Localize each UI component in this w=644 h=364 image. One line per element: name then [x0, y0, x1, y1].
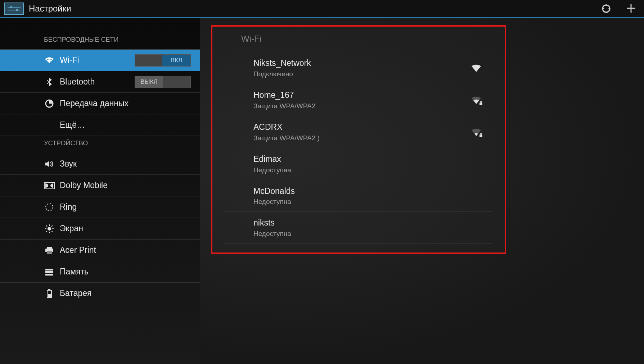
- sidebar-item-display[interactable]: Экран: [0, 218, 200, 240]
- svg-marker-5: [608, 7, 610, 10]
- page-title: Настройки: [29, 4, 601, 14]
- sidebar-item-label: Ring: [60, 202, 194, 212]
- sidebar-item-label: Память: [60, 267, 194, 277]
- panel-title: Wi-Fi: [225, 27, 492, 52]
- settings-icon: [4, 3, 24, 15]
- network-status: Недоступна: [253, 230, 482, 238]
- volume-icon: [44, 159, 55, 169]
- network-item[interactable]: Home_167 Защита WPA/WPA2: [225, 84, 492, 116]
- sidebar-item-label: Acer Print: [60, 245, 194, 255]
- bluetooth-icon: [44, 77, 55, 87]
- svg-rect-22: [47, 251, 52, 254]
- sidebar-item-battery[interactable]: Батарея: [0, 283, 200, 304]
- svg-rect-23: [45, 269, 53, 270]
- sidebar-item-label: Экран: [60, 224, 194, 233]
- refresh-icon[interactable]: [601, 3, 612, 14]
- network-status: Защита WPA/WPA2 ): [253, 134, 471, 142]
- sidebar-item-label: Dolby Mobile: [60, 181, 194, 190]
- network-status: Недоступна: [253, 166, 482, 174]
- svg-point-10: [46, 204, 53, 211]
- wifi-signal-lock-icon: [471, 96, 482, 104]
- network-name: niksts: [253, 218, 482, 228]
- title-bar: Настройки: [0, 0, 644, 18]
- storage-icon: [44, 267, 55, 277]
- dolby-icon: [44, 180, 55, 191]
- title-actions: [601, 3, 640, 14]
- network-list: Niksts_Network Подключено Home_167 Защит…: [212, 52, 505, 252]
- bluetooth-toggle[interactable]: ВЫКЛ: [135, 76, 191, 88]
- svg-rect-30: [479, 135, 482, 137]
- wifi-panel: Wi-Fi Niksts_Network Подключено Home_167…: [211, 25, 506, 254]
- brightness-icon: [44, 223, 55, 234]
- network-item[interactable]: McDonalds Недоступна: [225, 180, 492, 212]
- network-status: Защита WPA/WPA2: [253, 102, 471, 110]
- svg-marker-4: [602, 8, 604, 10]
- sidebar-item-label: Wi-Fi: [60, 55, 135, 65]
- sidebar-item-wifi[interactable]: Wi-Fi ВКЛ: [0, 50, 200, 71]
- toggle-label-off: ВЫКЛ: [135, 76, 163, 88]
- sidebar-item-more[interactable]: Ещё…: [0, 114, 200, 136]
- wifi-icon: [44, 55, 55, 66]
- svg-rect-25: [45, 274, 53, 276]
- sidebar-item-data-usage[interactable]: Передача данных: [0, 93, 200, 114]
- network-item[interactable]: ACDRX Защита WPA/WPA2 ): [225, 116, 492, 148]
- sidebar-item-storage[interactable]: Память: [0, 261, 200, 283]
- data-usage-icon: [44, 98, 55, 109]
- section-header-wireless: БЕСПРОВОДНЫЕ СЕТИ: [0, 32, 200, 50]
- sidebar-item-label: Батарея: [60, 288, 194, 298]
- network-item[interactable]: Niksts_Network Подключено: [225, 52, 492, 84]
- settings-sidebar: БЕСПРОВОДНЫЕ СЕТИ Wi-Fi ВКЛ Bluetooth ВЫ…: [0, 18, 200, 364]
- network-item[interactable]: Edimax Недоступна: [225, 148, 492, 180]
- sidebar-item-label: Передача данных: [60, 99, 194, 108]
- ring-icon: [44, 202, 55, 213]
- section-header-device: УСТРОЙСТВО: [0, 136, 200, 153]
- network-status: Подключено: [253, 70, 471, 78]
- network-item[interactable]: niksts Недоступна: [225, 212, 492, 244]
- svg-rect-28: [48, 294, 51, 297]
- svg-rect-24: [45, 271, 53, 273]
- svg-line-17: [51, 231, 53, 232]
- toggle-label-on: ВКЛ: [162, 55, 190, 66]
- svg-line-19: [51, 226, 53, 227]
- svg-point-3: [16, 9, 18, 11]
- sidebar-item-acer-print[interactable]: Acer Print: [0, 240, 200, 261]
- svg-line-18: [46, 231, 47, 232]
- svg-line-16: [46, 226, 47, 227]
- sidebar-item-ring[interactable]: Ring: [0, 196, 200, 218]
- sidebar-item-label: Ещё…: [60, 120, 194, 130]
- printer-icon: [44, 245, 55, 256]
- wifi-toggle[interactable]: ВКЛ: [135, 54, 191, 67]
- svg-point-11: [48, 227, 51, 231]
- sidebar-item-dolby[interactable]: Dolby Mobile: [0, 175, 200, 196]
- network-name: McDonalds: [253, 186, 482, 197]
- battery-icon: [44, 288, 55, 299]
- network-name: Edimax: [253, 154, 482, 165]
- sidebar-item-label: Bluetooth: [60, 77, 135, 87]
- network-status: Недоступна: [253, 198, 482, 206]
- svg-rect-20: [47, 247, 52, 249]
- wifi-signal-icon: [471, 64, 482, 72]
- svg-point-2: [10, 6, 12, 8]
- svg-rect-29: [479, 103, 482, 105]
- add-icon[interactable]: [626, 3, 636, 14]
- network-name: Home_167: [253, 90, 471, 101]
- network-name: ACDRX: [253, 122, 471, 133]
- main-content: Wi-Fi Niksts_Network Подключено Home_167…: [200, 18, 644, 364]
- sidebar-item-label: Звук: [60, 159, 194, 169]
- wifi-signal-lock-icon: [471, 128, 482, 136]
- sidebar-item-sound[interactable]: Звук: [0, 153, 200, 175]
- sidebar-item-bluetooth[interactable]: Bluetooth ВЫКЛ: [0, 71, 200, 93]
- network-name: Niksts_Network: [253, 58, 471, 69]
